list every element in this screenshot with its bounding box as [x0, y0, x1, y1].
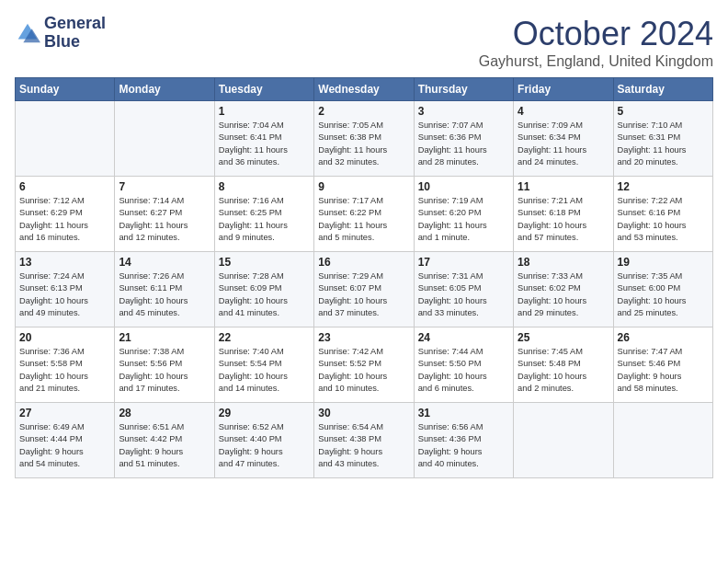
day-info: Sunrise: 6:56 AM Sunset: 4:36 PM Dayligh…: [418, 421, 509, 471]
day-number: 12: [618, 180, 709, 193]
day-info: Sunrise: 7:04 AM Sunset: 6:41 PM Dayligh…: [219, 120, 310, 169]
day-number: 7: [119, 180, 210, 193]
logo-line1: General: [44, 15, 106, 33]
day-number: 21: [119, 331, 210, 344]
day-info: Sunrise: 7:44 AM Sunset: 5:50 PM Dayligh…: [418, 346, 509, 396]
calendar-cell: 11Sunrise: 7:21 AM Sunset: 6:18 PM Dayli…: [514, 177, 613, 252]
day-info: Sunrise: 7:09 AM Sunset: 6:34 PM Dayligh…: [518, 120, 609, 169]
calendar: SundayMondayTuesdayWednesdayThursdayFrid…: [15, 77, 713, 478]
calendar-cell: 27Sunrise: 6:49 AM Sunset: 4:44 PM Dayli…: [16, 403, 115, 478]
calendar-cell: 17Sunrise: 7:31 AM Sunset: 6:05 PM Dayli…: [414, 252, 513, 327]
calendar-cell: 25Sunrise: 7:45 AM Sunset: 5:48 PM Dayli…: [514, 327, 613, 403]
calendar-cell: 7Sunrise: 7:14 AM Sunset: 6:27 PM Daylig…: [115, 177, 214, 252]
day-info: Sunrise: 7:38 AM Sunset: 5:56 PM Dayligh…: [119, 346, 210, 396]
day-number: 5: [618, 105, 709, 118]
calendar-cell: 6Sunrise: 7:12 AM Sunset: 6:29 PM Daylig…: [16, 177, 115, 252]
calendar-cell: 30Sunrise: 6:54 AM Sunset: 4:38 PM Dayli…: [314, 403, 414, 478]
weekday-header: Tuesday: [214, 78, 313, 101]
day-info: Sunrise: 7:14 AM Sunset: 6:27 PM Dayligh…: [119, 195, 210, 245]
day-info: Sunrise: 7:31 AM Sunset: 6:05 PM Dayligh…: [418, 270, 509, 320]
day-info: Sunrise: 6:49 AM Sunset: 4:44 PM Dayligh…: [19, 421, 110, 471]
day-number: 18: [518, 256, 609, 269]
calendar-cell: 23Sunrise: 7:42 AM Sunset: 5:52 PM Dayli…: [314, 327, 414, 403]
calendar-week-row: 20Sunrise: 7:36 AM Sunset: 5:58 PM Dayli…: [16, 327, 713, 403]
calendar-cell: [16, 101, 115, 177]
logo: General Blue: [15, 15, 106, 52]
weekday-header: Saturday: [613, 78, 712, 101]
day-number: 29: [219, 407, 310, 419]
day-info: Sunrise: 7:29 AM Sunset: 6:07 PM Dayligh…: [318, 270, 409, 320]
calendar-week-row: 6Sunrise: 7:12 AM Sunset: 6:29 PM Daylig…: [16, 177, 713, 252]
calendar-cell: 31Sunrise: 6:56 AM Sunset: 4:36 PM Dayli…: [414, 403, 513, 478]
calendar-cell: 2Sunrise: 7:05 AM Sunset: 6:38 PM Daylig…: [314, 101, 414, 177]
day-info: Sunrise: 7:19 AM Sunset: 6:20 PM Dayligh…: [418, 195, 509, 245]
day-info: Sunrise: 7:21 AM Sunset: 6:18 PM Dayligh…: [518, 195, 609, 245]
calendar-cell: 26Sunrise: 7:47 AM Sunset: 5:46 PM Dayli…: [613, 327, 712, 403]
calendar-cell: 4Sunrise: 7:09 AM Sunset: 6:34 PM Daylig…: [514, 101, 613, 177]
day-number: 15: [219, 256, 310, 269]
day-number: 24: [418, 331, 509, 344]
day-number: 27: [19, 407, 110, 419]
day-number: 26: [618, 331, 709, 344]
day-number: 31: [418, 407, 509, 419]
weekday-header: Friday: [514, 78, 613, 101]
title-area: October 2024 Gayhurst, England, United K…: [479, 15, 713, 70]
calendar-cell: 22Sunrise: 7:40 AM Sunset: 5:54 PM Dayli…: [214, 327, 313, 403]
day-info: Sunrise: 6:54 AM Sunset: 4:38 PM Dayligh…: [318, 421, 409, 471]
logo-text: General Blue: [44, 15, 106, 52]
day-number: 4: [518, 105, 609, 118]
calendar-cell: 10Sunrise: 7:19 AM Sunset: 6:20 PM Dayli…: [414, 177, 513, 252]
day-number: 10: [418, 180, 509, 193]
day-number: 25: [518, 331, 609, 344]
calendar-cell: 8Sunrise: 7:16 AM Sunset: 6:25 PM Daylig…: [214, 177, 313, 252]
day-info: Sunrise: 7:36 AM Sunset: 5:58 PM Dayligh…: [19, 346, 110, 396]
calendar-week-row: 13Sunrise: 7:24 AM Sunset: 6:13 PM Dayli…: [16, 252, 713, 327]
day-number: 16: [318, 256, 409, 269]
logo-icon: [15, 20, 40, 46]
calendar-cell: 3Sunrise: 7:07 AM Sunset: 6:36 PM Daylig…: [414, 101, 513, 177]
calendar-cell: 21Sunrise: 7:38 AM Sunset: 5:56 PM Dayli…: [115, 327, 214, 403]
day-info: Sunrise: 7:28 AM Sunset: 6:09 PM Dayligh…: [219, 270, 310, 320]
weekday-header: Monday: [115, 78, 214, 101]
day-number: 9: [318, 180, 409, 193]
day-info: Sunrise: 7:12 AM Sunset: 6:29 PM Dayligh…: [19, 195, 110, 245]
day-info: Sunrise: 7:47 AM Sunset: 5:46 PM Dayligh…: [618, 346, 709, 396]
day-number: 17: [418, 256, 509, 269]
calendar-cell: 9Sunrise: 7:17 AM Sunset: 6:22 PM Daylig…: [314, 177, 414, 252]
day-number: 30: [318, 407, 409, 419]
day-number: 13: [19, 256, 110, 269]
day-number: 2: [318, 105, 409, 118]
day-info: Sunrise: 7:22 AM Sunset: 6:16 PM Dayligh…: [618, 195, 709, 245]
day-number: 22: [219, 331, 310, 344]
day-info: Sunrise: 7:10 AM Sunset: 6:31 PM Dayligh…: [618, 120, 709, 169]
calendar-week-row: 1Sunrise: 7:04 AM Sunset: 6:41 PM Daylig…: [16, 101, 713, 177]
weekday-header: Sunday: [16, 78, 115, 101]
weekday-header-row: SundayMondayTuesdayWednesdayThursdayFrid…: [16, 78, 713, 101]
calendar-cell: 12Sunrise: 7:22 AM Sunset: 6:16 PM Dayli…: [613, 177, 712, 252]
calendar-cell: 29Sunrise: 6:52 AM Sunset: 4:40 PM Dayli…: [214, 403, 313, 478]
calendar-cell: 28Sunrise: 6:51 AM Sunset: 4:42 PM Dayli…: [115, 403, 214, 478]
calendar-cell: 13Sunrise: 7:24 AM Sunset: 6:13 PM Dayli…: [16, 252, 115, 327]
day-number: 23: [318, 331, 409, 344]
calendar-cell: 24Sunrise: 7:44 AM Sunset: 5:50 PM Dayli…: [414, 327, 513, 403]
calendar-cell: 5Sunrise: 7:10 AM Sunset: 6:31 PM Daylig…: [613, 101, 712, 177]
day-number: 28: [119, 407, 210, 419]
calendar-cell: 16Sunrise: 7:29 AM Sunset: 6:07 PM Dayli…: [314, 252, 414, 327]
weekday-header: Wednesday: [314, 78, 414, 101]
day-info: Sunrise: 6:51 AM Sunset: 4:42 PM Dayligh…: [119, 421, 210, 471]
day-info: Sunrise: 7:42 AM Sunset: 5:52 PM Dayligh…: [318, 346, 409, 396]
calendar-cell: 20Sunrise: 7:36 AM Sunset: 5:58 PM Dayli…: [16, 327, 115, 403]
calendar-cell: [613, 403, 712, 478]
month-title: October 2024: [479, 15, 713, 53]
day-info: Sunrise: 7:40 AM Sunset: 5:54 PM Dayligh…: [219, 346, 310, 396]
day-info: Sunrise: 7:26 AM Sunset: 6:11 PM Dayligh…: [119, 270, 210, 320]
calendar-cell: 15Sunrise: 7:28 AM Sunset: 6:09 PM Dayli…: [214, 252, 313, 327]
calendar-week-row: 27Sunrise: 6:49 AM Sunset: 4:44 PM Dayli…: [16, 403, 713, 478]
day-info: Sunrise: 7:35 AM Sunset: 6:00 PM Dayligh…: [618, 270, 709, 320]
day-number: 6: [19, 180, 110, 193]
day-info: Sunrise: 7:16 AM Sunset: 6:25 PM Dayligh…: [219, 195, 310, 245]
day-number: 11: [518, 180, 609, 193]
location: Gayhurst, England, United Kingdom: [479, 53, 713, 70]
day-number: 3: [418, 105, 509, 118]
calendar-cell: 1Sunrise: 7:04 AM Sunset: 6:41 PM Daylig…: [214, 101, 313, 177]
